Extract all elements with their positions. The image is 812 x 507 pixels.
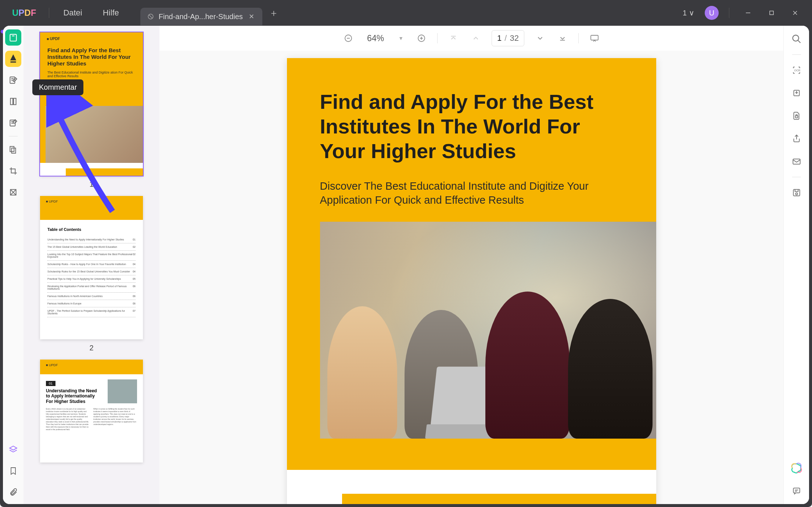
ai-assistant-button[interactable] <box>789 461 804 475</box>
svg-rect-28 <box>793 488 800 493</box>
svg-text:OCR: OCR <box>794 69 800 72</box>
thumbnail-1[interactable]: ■ UPDF Find and Apply For the Best Insti… <box>40 32 143 189</box>
toc-line: Practical Tips to Help You in Applying f… <box>47 275 136 283</box>
divider <box>49 8 49 18</box>
toc-line: Famous Institutions in Europe06 <box>47 300 136 307</box>
left-toolbar <box>3 26 24 504</box>
page-1: Find and Apply For the Best Institutes I… <box>287 58 656 504</box>
page-tool[interactable] <box>5 93 21 110</box>
document-area[interactable]: Find and Apply For the Best Institutes I… <box>159 51 783 504</box>
divider <box>792 177 801 177</box>
tabs-area: Find-and-Ap...her-Studies ✕ ＋ <box>140 0 285 25</box>
svg-rect-9 <box>10 146 14 151</box>
minimize-button[interactable] <box>740 4 757 21</box>
chapter-badge: 01 <box>46 381 55 386</box>
thumb-logo: ■ UPDF <box>47 37 60 41</box>
protect-button[interactable] <box>789 108 804 123</box>
thumb1-image <box>46 106 143 163</box>
maximize-button[interactable] <box>763 4 780 21</box>
svg-rect-25 <box>793 159 800 164</box>
ocr-button[interactable]: OCR <box>789 63 804 78</box>
prev-page-button[interactable] <box>469 32 482 45</box>
window-count[interactable]: 1∨ <box>679 8 698 17</box>
reader-tool[interactable] <box>5 29 21 46</box>
svg-rect-10 <box>12 148 16 153</box>
zoom-in-button[interactable] <box>415 32 428 45</box>
thumb1-subtitle: The Best Educational Institute and Digit… <box>40 71 143 78</box>
form-tool[interactable] <box>5 115 21 131</box>
layers-tool[interactable] <box>5 442 21 458</box>
attachment-tool[interactable] <box>5 484 21 500</box>
thumb3-image <box>108 379 137 403</box>
first-page-button[interactable] <box>447 32 460 45</box>
hero-image <box>320 222 656 439</box>
thumb3-title: Understanding the Need to Apply Internat… <box>46 388 97 404</box>
toc-line: Famous Institutions in North American Co… <box>47 293 136 300</box>
search-button[interactable] <box>789 32 804 46</box>
toc-heading: Table of Contents <box>40 220 143 236</box>
comment-tool[interactable] <box>5 51 21 67</box>
next-page-button[interactable] <box>533 32 547 45</box>
zoom-out-button[interactable] <box>342 32 355 45</box>
thumbnail-panel[interactable]: ■ UPDF Find and Apply For the Best Insti… <box>24 26 159 504</box>
thumbnail-2[interactable]: ■ UPDF Table of Contents Understanding t… <box>40 196 143 352</box>
zoom-level: 64% <box>364 33 387 43</box>
thumb-number: 1 <box>40 180 143 189</box>
viewer: 64% ▼ 1 / 32 Find and Apply <box>159 26 783 504</box>
close-tab-button[interactable]: ✕ <box>247 12 256 21</box>
svg-point-20 <box>793 35 798 41</box>
document-title: Find and Apply For the Best Institutes I… <box>320 89 608 164</box>
thumbnail-3[interactable]: ■ UPDF 01 Understanding the Need to Appl… <box>40 360 143 463</box>
comment-tooltip: Kommentar <box>32 79 83 95</box>
share-button[interactable] <box>789 131 804 146</box>
document-tab[interactable]: Find-and-Ap...her-Studies ✕ <box>140 8 262 25</box>
email-button[interactable] <box>789 154 804 169</box>
toc-line: Scholarship Rules - How to Apply For One… <box>47 261 136 268</box>
menu-file[interactable]: Datei <box>53 8 92 18</box>
user-avatar[interactable]: U <box>705 6 719 20</box>
bookmark-tool[interactable] <box>5 463 21 479</box>
save-button[interactable] <box>789 185 804 200</box>
document-subtitle: Discover The Best Educational Institute … <box>320 179 608 207</box>
tab-title: Find-and-Ap...her-Studies <box>159 13 243 21</box>
toc-line: Looking Into the Top 10 Subject Majors T… <box>47 251 136 261</box>
svg-rect-2 <box>770 11 773 15</box>
last-page-button[interactable] <box>556 32 569 45</box>
organize-tool[interactable] <box>5 142 21 158</box>
svg-rect-19 <box>591 35 598 40</box>
toc-line: Reviewing the Application Portal and Off… <box>47 283 136 293</box>
crop-tool[interactable] <box>5 163 21 179</box>
toc-line: UPDF - The Perfect Solution to Prepare S… <box>47 307 136 317</box>
right-toolbar: OCR <box>783 26 809 504</box>
titlebar: UPDF Datei Hilfe Find-and-Ap...her-Studi… <box>0 0 812 26</box>
viewer-toolbar: 64% ▼ 1 / 32 <box>159 26 783 51</box>
edit-tool[interactable] <box>5 72 21 88</box>
toc-line: Understanding the Need to Apply Internat… <box>47 236 136 243</box>
toc-line: Scholarship Rules for the 15 Best Global… <box>47 268 136 275</box>
add-tab-button[interactable]: ＋ <box>262 7 285 19</box>
divider <box>578 33 579 43</box>
redact-tool[interactable] <box>5 184 21 200</box>
zoom-dropdown[interactable]: ▼ <box>396 35 406 41</box>
thumb-logo: ■ UPDF <box>46 200 58 203</box>
divider <box>9 136 18 136</box>
document-icon <box>147 13 154 20</box>
page-number-input[interactable]: 1 / 32 <box>492 30 524 46</box>
thumb-logo: ■ UPDF <box>46 363 58 367</box>
svg-rect-7 <box>14 98 16 104</box>
svg-point-27 <box>795 193 797 195</box>
divider <box>729 8 729 18</box>
convert-button[interactable] <box>789 86 804 100</box>
svg-line-21 <box>798 40 800 43</box>
app-logo[interactable]: UPDF <box>3 8 45 18</box>
close-window-button[interactable] <box>787 4 804 21</box>
chat-button[interactable] <box>789 483 804 498</box>
divider <box>792 54 801 55</box>
toc-line: The 15 Best Global Universities Leading … <box>47 243 136 251</box>
thumb-number: 2 <box>40 344 143 352</box>
menu-help[interactable]: Hilfe <box>93 8 129 18</box>
svg-rect-6 <box>10 98 13 104</box>
divider <box>437 33 438 43</box>
svg-rect-24 <box>795 116 798 118</box>
presentation-button[interactable] <box>588 32 601 45</box>
